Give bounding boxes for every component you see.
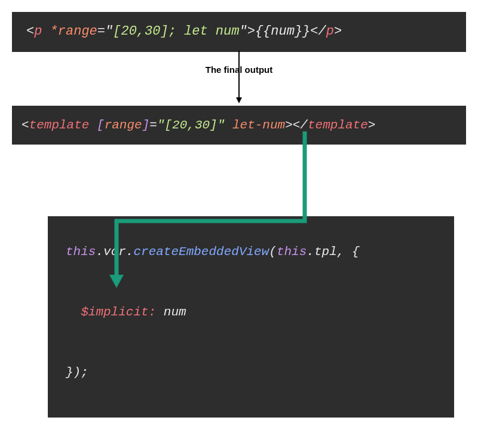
arrow-1-head xyxy=(236,97,242,103)
close-tag-template: template xyxy=(308,118,368,132)
close-gt-2: > xyxy=(368,118,376,132)
gt-2: > xyxy=(285,118,293,132)
vcr: vcr xyxy=(103,245,126,259)
comma-brace: , { xyxy=(337,245,360,259)
gt: > xyxy=(247,24,255,39)
arrow-1 xyxy=(238,51,240,103)
eq-2: = xyxy=(149,118,157,132)
angle-open-2: < xyxy=(22,118,29,132)
angle-open: < xyxy=(26,24,34,39)
left-bracket: [ xyxy=(97,118,105,132)
num-value: num xyxy=(156,305,186,319)
close-quote: " xyxy=(239,24,247,39)
close-angle-open: </ xyxy=(310,24,326,39)
this-2: this xyxy=(277,245,307,259)
close-gt: > xyxy=(334,24,342,39)
paren-open: ( xyxy=(269,245,277,259)
arrow-label: The final output xyxy=(206,65,272,75)
dot-3: . xyxy=(307,245,314,259)
tpl: tpl xyxy=(314,245,337,259)
quote-open-2: " xyxy=(157,118,165,132)
create-embedded-view: createEmbeddedView xyxy=(133,245,269,259)
interpolation: {{num}} xyxy=(255,24,310,39)
dot-1: . xyxy=(96,245,103,259)
close-paren-brace: }); xyxy=(66,366,88,379)
quote-close-2: " xyxy=(217,118,225,132)
let-num: ; let num xyxy=(168,24,240,39)
star-range-attr: *range xyxy=(50,24,97,39)
close-tag-p: p xyxy=(326,24,334,39)
space-1 xyxy=(89,118,97,132)
let-num-attr: let-num xyxy=(232,118,285,132)
tag-template: template xyxy=(29,118,90,132)
code-block-3: this.vcr.createEmbeddedView(this.tpl, { … xyxy=(48,216,454,418)
implicit-key: $implicit: xyxy=(66,305,156,319)
eq-quote: =" xyxy=(97,24,113,39)
right-bracket: ] xyxy=(142,118,150,132)
dot-2: . xyxy=(126,245,134,259)
code-block-2: <template [range]="[20,30]" let-num></te… xyxy=(12,106,466,145)
tag-p: p xyxy=(34,24,50,39)
close-angle-open-2: </ xyxy=(293,118,308,132)
array-literal: [20,30] xyxy=(113,24,168,39)
range-attr: range xyxy=(105,118,142,132)
this-1: this xyxy=(66,245,96,259)
code-block-1: <p *range="[20,30]; let num">{{num}}</p> xyxy=(12,12,466,52)
space-2 xyxy=(225,118,232,132)
array-literal-2: [20,30] xyxy=(165,118,217,132)
